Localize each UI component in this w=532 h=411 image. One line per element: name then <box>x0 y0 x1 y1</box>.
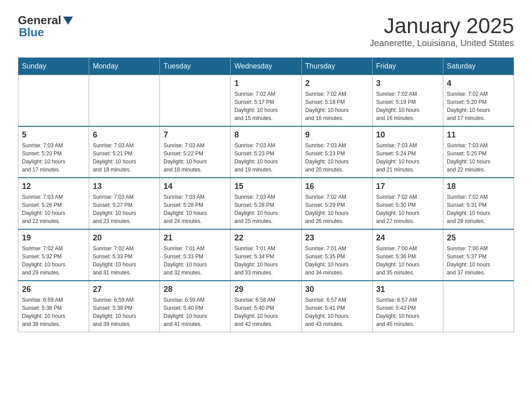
calendar-cell: 12Sunrise: 7:03 AMSunset: 5:26 PMDayligh… <box>18 178 89 229</box>
page-header: General Blue January 2025 Jeanerette, Lo… <box>18 13 514 48</box>
day-info: Sunrise: 7:03 AMSunset: 5:23 PMDaylight:… <box>234 141 297 174</box>
calendar-cell: 2Sunrise: 7:02 AMSunset: 5:18 PMDaylight… <box>301 75 372 127</box>
calendar-cell: 18Sunrise: 7:02 AMSunset: 5:31 PMDayligh… <box>443 178 514 229</box>
day-info: Sunrise: 6:59 AMSunset: 5:40 PMDaylight:… <box>163 296 227 328</box>
day-number: 5 <box>22 130 85 140</box>
calendar-cell: 24Sunrise: 7:00 AMSunset: 5:36 PMDayligh… <box>372 229 443 281</box>
day-number: 17 <box>376 182 439 191</box>
calendar-cell: 4Sunrise: 7:02 AMSunset: 5:20 PMDaylight… <box>443 75 514 127</box>
calendar-cell: 11Sunrise: 7:03 AMSunset: 5:25 PMDayligh… <box>443 126 514 178</box>
calendar-week-row: 26Sunrise: 6:59 AMSunset: 5:38 PMDayligh… <box>18 281 514 332</box>
calendar-cell: 20Sunrise: 7:02 AMSunset: 5:33 PMDayligh… <box>89 229 160 281</box>
day-info: Sunrise: 7:02 AMSunset: 5:17 PMDaylight:… <box>234 90 297 122</box>
day-number: 7 <box>163 130 227 140</box>
calendar-cell: 9Sunrise: 7:03 AMSunset: 5:23 PMDaylight… <box>301 126 372 178</box>
day-info: Sunrise: 7:02 AMSunset: 5:19 PMDaylight:… <box>376 90 439 122</box>
day-number: 30 <box>305 285 369 294</box>
day-info: Sunrise: 7:02 AMSunset: 5:30 PMDaylight:… <box>376 193 439 225</box>
day-info: Sunrise: 6:57 AMSunset: 5:41 PMDaylight:… <box>305 296 369 328</box>
day-info: Sunrise: 7:01 AMSunset: 5:35 PMDaylight:… <box>305 244 369 277</box>
day-info: Sunrise: 6:59 AMSunset: 5:39 PMDaylight:… <box>93 296 156 328</box>
day-info: Sunrise: 7:03 AMSunset: 5:22 PMDaylight:… <box>163 141 227 174</box>
day-number: 19 <box>22 233 85 243</box>
day-number: 23 <box>305 233 369 243</box>
calendar-cell: 26Sunrise: 6:59 AMSunset: 5:38 PMDayligh… <box>18 281 89 332</box>
weekday-header-saturday: Saturday <box>443 58 514 75</box>
day-info: Sunrise: 7:03 AMSunset: 5:26 PMDaylight:… <box>22 193 85 225</box>
day-info: Sunrise: 7:03 AMSunset: 5:21 PMDaylight:… <box>93 141 156 174</box>
calendar-cell: 3Sunrise: 7:02 AMSunset: 5:19 PMDaylight… <box>372 75 443 127</box>
calendar-cell <box>160 75 231 127</box>
day-info: Sunrise: 6:58 AMSunset: 5:40 PMDaylight:… <box>234 296 297 328</box>
calendar-header-row: SundayMondayTuesdayWednesdayThursdayFrid… <box>18 58 514 75</box>
svg-marker-0 <box>63 17 73 25</box>
calendar-cell: 30Sunrise: 6:57 AMSunset: 5:41 PMDayligh… <box>301 281 372 332</box>
weekday-header-friday: Friday <box>372 58 443 75</box>
day-number: 29 <box>234 285 297 294</box>
day-number: 24 <box>376 233 439 243</box>
day-number: 3 <box>376 79 439 88</box>
calendar-cell <box>89 75 160 127</box>
calendar-cell: 6Sunrise: 7:03 AMSunset: 5:21 PMDaylight… <box>89 126 160 178</box>
day-info: Sunrise: 7:01 AMSunset: 5:33 PMDaylight:… <box>163 244 227 277</box>
weekday-header-wednesday: Wednesday <box>231 58 301 75</box>
day-info: Sunrise: 7:03 AMSunset: 5:24 PMDaylight:… <box>376 141 439 174</box>
day-number: 13 <box>93 182 156 191</box>
weekday-header-sunday: Sunday <box>18 58 89 75</box>
day-number: 22 <box>234 233 297 243</box>
day-info: Sunrise: 7:03 AMSunset: 5:23 PMDaylight:… <box>305 141 369 174</box>
calendar-cell: 28Sunrise: 6:59 AMSunset: 5:40 PMDayligh… <box>160 281 231 332</box>
calendar-cell: 29Sunrise: 6:58 AMSunset: 5:40 PMDayligh… <box>231 281 301 332</box>
calendar-cell: 7Sunrise: 7:03 AMSunset: 5:22 PMDaylight… <box>160 126 231 178</box>
day-info: Sunrise: 7:03 AMSunset: 5:27 PMDaylight:… <box>93 193 156 225</box>
day-number: 6 <box>93 130 156 140</box>
calendar-cell: 27Sunrise: 6:59 AMSunset: 5:39 PMDayligh… <box>89 281 160 332</box>
day-info: Sunrise: 7:03 AMSunset: 5:25 PMDaylight:… <box>447 141 510 174</box>
calendar-week-row: 1Sunrise: 7:02 AMSunset: 5:17 PMDaylight… <box>18 75 514 127</box>
day-number: 20 <box>93 233 156 243</box>
calendar-cell: 13Sunrise: 7:03 AMSunset: 5:27 PMDayligh… <box>89 178 160 229</box>
calendar-cell: 10Sunrise: 7:03 AMSunset: 5:24 PMDayligh… <box>372 126 443 178</box>
calendar-cell: 19Sunrise: 7:02 AMSunset: 5:32 PMDayligh… <box>18 229 89 281</box>
day-number: 31 <box>376 285 439 294</box>
calendar-week-row: 12Sunrise: 7:03 AMSunset: 5:26 PMDayligh… <box>18 178 514 229</box>
weekday-header-monday: Monday <box>89 58 160 75</box>
day-number: 21 <box>163 233 227 243</box>
day-number: 4 <box>447 79 510 88</box>
day-number: 18 <box>447 182 510 191</box>
day-number: 15 <box>234 182 297 191</box>
calendar-cell <box>18 75 89 127</box>
calendar-cell: 14Sunrise: 7:03 AMSunset: 5:28 PMDayligh… <box>160 178 231 229</box>
day-info: Sunrise: 7:02 AMSunset: 5:31 PMDaylight:… <box>447 193 510 225</box>
day-info: Sunrise: 7:01 AMSunset: 5:34 PMDaylight:… <box>234 244 297 277</box>
calendar-table: SundayMondayTuesdayWednesdayThursdayFrid… <box>18 57 514 332</box>
calendar-cell: 5Sunrise: 7:03 AMSunset: 5:20 PMDaylight… <box>18 126 89 178</box>
title-area: January 2025 Jeanerette, Louisiana, Unit… <box>370 13 514 48</box>
calendar-cell: 25Sunrise: 7:00 AMSunset: 5:37 PMDayligh… <box>443 229 514 281</box>
day-info: Sunrise: 7:00 AMSunset: 5:36 PMDaylight:… <box>376 244 439 277</box>
day-number: 9 <box>305 130 369 140</box>
day-number: 25 <box>447 233 510 243</box>
calendar-cell: 1Sunrise: 7:02 AMSunset: 5:17 PMDaylight… <box>231 75 301 127</box>
day-number: 28 <box>163 285 227 294</box>
weekday-header-thursday: Thursday <box>301 58 372 75</box>
day-number: 8 <box>234 130 297 140</box>
day-info: Sunrise: 7:02 AMSunset: 5:18 PMDaylight:… <box>305 90 369 122</box>
day-info: Sunrise: 7:02 AMSunset: 5:29 PMDaylight:… <box>305 193 369 225</box>
calendar-week-row: 5Sunrise: 7:03 AMSunset: 5:20 PMDaylight… <box>18 126 514 178</box>
calendar-cell: 22Sunrise: 7:01 AMSunset: 5:34 PMDayligh… <box>231 229 301 281</box>
day-info: Sunrise: 6:57 AMSunset: 5:42 PMDaylight:… <box>376 296 439 328</box>
day-info: Sunrise: 7:03 AMSunset: 5:28 PMDaylight:… <box>234 193 297 225</box>
logo: General Blue <box>18 13 73 39</box>
calendar-cell: 21Sunrise: 7:01 AMSunset: 5:33 PMDayligh… <box>160 229 231 281</box>
month-title: January 2025 <box>370 13 514 38</box>
day-info: Sunrise: 7:02 AMSunset: 5:20 PMDaylight:… <box>447 90 510 122</box>
day-info: Sunrise: 7:03 AMSunset: 5:28 PMDaylight:… <box>163 193 227 225</box>
calendar-cell: 15Sunrise: 7:03 AMSunset: 5:28 PMDayligh… <box>231 178 301 229</box>
day-number: 1 <box>234 79 297 88</box>
day-number: 2 <box>305 79 369 88</box>
day-info: Sunrise: 7:02 AMSunset: 5:32 PMDaylight:… <box>22 244 85 277</box>
day-number: 16 <box>305 182 369 191</box>
calendar-cell: 31Sunrise: 6:57 AMSunset: 5:42 PMDayligh… <box>372 281 443 332</box>
day-info: Sunrise: 7:03 AMSunset: 5:20 PMDaylight:… <box>22 141 85 174</box>
